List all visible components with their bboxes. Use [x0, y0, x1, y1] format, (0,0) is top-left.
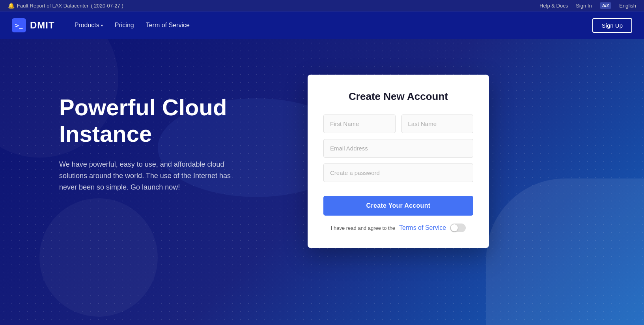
signup-title: Create New Account: [323, 90, 473, 103]
help-docs-link[interactable]: Help & Docs: [539, 3, 568, 9]
announcement-left: 🔔 Fault Report of LAX Datacenter ( 2020-…: [8, 2, 123, 9]
announcement-date: ( 2020-07-27 ): [91, 3, 123, 9]
toggle-thumb: [451, 224, 458, 231]
navbar-right: Sign Up: [592, 18, 632, 33]
password-field-wrapper: [323, 163, 473, 182]
name-row: [323, 115, 473, 133]
navbar: >_ DMIT Products ▾ Pricing Term of Servi…: [0, 11, 644, 39]
hero-description: We have powerful, easy to use, and affor…: [59, 159, 237, 193]
hero-section: Powerful Cloud Instance We have powerful…: [0, 39, 644, 325]
lang-selector[interactable]: English: [619, 3, 636, 9]
toggle-track: [450, 224, 466, 232]
sign-up-button[interactable]: Sign Up: [592, 18, 632, 33]
terms-text: I have read and agree to the: [331, 225, 395, 231]
hero-content: Powerful Cloud Instance We have powerful…: [0, 39, 644, 272]
terms-of-service-link[interactable]: Terms of Service: [399, 224, 446, 231]
last-name-input[interactable]: [401, 115, 474, 133]
terms-toggle[interactable]: [450, 224, 466, 232]
last-name-field: [401, 115, 474, 133]
create-account-button[interactable]: Create Your Account: [323, 196, 473, 216]
nav-tos[interactable]: Term of Service: [146, 22, 190, 29]
password-input[interactable]: [323, 163, 473, 182]
logo-text: DMIT: [30, 20, 55, 31]
bell-icon: 🔔: [8, 2, 15, 9]
nav-products[interactable]: Products ▾: [75, 22, 103, 29]
first-name-field: [323, 115, 396, 133]
lang-badge: A/Z: [600, 2, 612, 9]
announcement-text: Fault Report of LAX Datacenter: [17, 3, 88, 9]
chevron-down-icon: ▾: [101, 23, 103, 28]
logo-link[interactable]: >_ DMIT: [12, 18, 55, 32]
email-input[interactable]: [323, 139, 473, 158]
first-name-input[interactable]: [323, 115, 396, 133]
navbar-left: >_ DMIT Products ▾ Pricing Term of Servi…: [12, 18, 190, 32]
nav-pricing[interactable]: Pricing: [115, 22, 134, 29]
terms-row: I have read and agree to the Terms of Se…: [323, 224, 473, 232]
sign-in-link[interactable]: Sign In: [576, 3, 592, 9]
hero-text: Powerful Cloud Instance We have powerful…: [59, 71, 276, 193]
announcement-right: Help & Docs Sign In A/Z English: [539, 2, 636, 9]
email-field-wrapper: [323, 139, 473, 158]
logo-icon: >_: [12, 18, 26, 32]
nav-links: Products ▾ Pricing Term of Service: [75, 22, 190, 29]
announcement-bar: 🔔 Fault Report of LAX Datacenter ( 2020-…: [0, 0, 644, 11]
hero-title: Powerful Cloud Instance: [59, 94, 276, 147]
signup-card: Create New Account Create Your Account I…: [308, 75, 489, 248]
